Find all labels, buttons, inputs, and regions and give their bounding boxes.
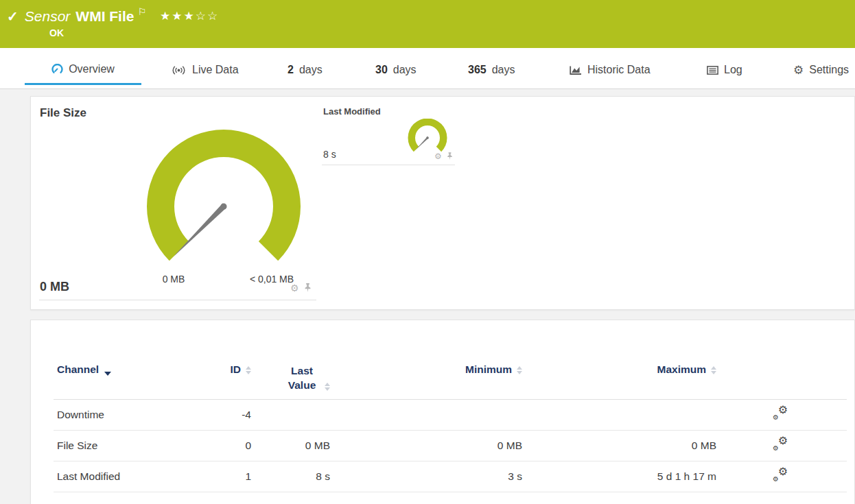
historic-chart-icon [570, 65, 582, 75]
channel-maximum: 0 MB [522, 431, 716, 461]
column-header-maximum[interactable]: Maximum [522, 355, 716, 400]
file-size-gauge [145, 127, 303, 264]
column-header-minimum[interactable]: Minimum [330, 355, 522, 400]
gear-icon: ⚙ [778, 466, 788, 477]
priority-flag-icon[interactable]: ⚐ [137, 6, 146, 17]
column-header-channel[interactable]: Channel [54, 355, 220, 400]
sensor-status-header: ✓ Sensor WMI File ⚐ ★★★☆☆ OK [0, 0, 855, 48]
channel-id: -4 [220, 400, 251, 431]
channel-settings-gears-icon[interactable]: ⚙⚙ [773, 437, 788, 451]
column-header-last-value[interactable]: Last Value [251, 355, 330, 400]
channels-table: Channel ID Last Value Minimum Maximum Do… [54, 355, 847, 492]
sensor-kind-label: Sensor [25, 8, 71, 25]
channel-actions-cell: ⚙⚙ [716, 431, 847, 461]
tab-2-days[interactable]: 2 days [285, 55, 325, 85]
channel-name: Last Modified [54, 461, 220, 492]
settings-gear-icon: ⚙ [793, 64, 804, 76]
sensor-name: WMI File [75, 8, 134, 25]
channel-settings-gears-icon[interactable]: ⚙⚙ [773, 468, 788, 482]
last-modified-current-value: 8 s [323, 149, 336, 160]
last-modified-widget-actions: ⚙ [434, 152, 453, 160]
file-size-widget-divider [39, 300, 316, 300]
tab-log[interactable]: Log [704, 55, 745, 85]
live-data-icon [171, 65, 187, 75]
column-header-actions [716, 355, 847, 400]
file-size-gauge-title: File Size [40, 106, 86, 120]
gear-icon: ⚙ [778, 405, 788, 416]
column-header-id[interactable]: ID [220, 355, 251, 400]
channel-maximum [522, 400, 716, 431]
channel-last-value [251, 400, 330, 431]
tab-live-data-label: Live Data [192, 64, 239, 76]
channel-name: File Size [54, 431, 220, 461]
sort-icon [325, 383, 330, 391]
tab-live-data[interactable]: Live Data [168, 55, 242, 85]
file-size-scale-min: 0 MB [139, 274, 208, 285]
channel-settings-gears-icon[interactable]: ⚙⚙ [773, 407, 788, 420]
gauge-icon [51, 64, 63, 74]
channels-card: Channel ID Last Value Minimum Maximum Do… [30, 320, 855, 504]
channel-id: 1 [220, 461, 251, 492]
channel-minimum: 3 s [330, 461, 522, 492]
tab-365-days[interactable]: 365 days [465, 55, 518, 85]
channel-actions-cell: ⚙⚙ [716, 461, 847, 492]
tab-settings-label: Settings [809, 64, 849, 76]
status-ok-check-icon: ✓ [7, 10, 19, 23]
widget-pin-icon[interactable] [447, 152, 453, 160]
channel-row-downtime[interactable]: Downtime -4 ⚙⚙ [54, 400, 847, 431]
channel-minimum [330, 400, 522, 431]
tab-2-days-label: days [299, 64, 323, 76]
column-header-last-value-label: Last Value [284, 363, 320, 392]
last-modified-widget-divider [322, 165, 455, 165]
channel-row-last-modified[interactable]: Last Modified 1 8 s 3 s 5 d 1 h 17 m ⚙⚙ [54, 461, 847, 492]
channel-minimum: 0 MB [330, 431, 522, 461]
sensor-title-row: ✓ Sensor WMI File ⚐ ★★★☆☆ [0, 0, 855, 25]
column-header-channel-label: Channel [57, 363, 99, 376]
sort-icon [517, 366, 522, 374]
gear-icon: ⚙ [778, 435, 788, 446]
file-size-current-value: 0 MB [40, 280, 69, 294]
sort-desc-icon [104, 372, 111, 376]
channels-header-row: Channel ID Last Value Minimum Maximum [54, 355, 847, 400]
widget-pin-icon[interactable] [304, 283, 312, 293]
gear-icon: ⚙ [773, 414, 779, 421]
priority-stars[interactable]: ★★★☆☆ [160, 9, 219, 23]
stars-filled[interactable]: ★★★ [160, 10, 196, 23]
tab-365-days-number: 365 [468, 64, 487, 76]
prtg-sensor-page: ✓ Sensor WMI File ⚐ ★★★☆☆ OK Overview Li… [0, 0, 855, 504]
tab-bar: Overview Live Data 2 days 30 days 365 da… [0, 48, 855, 89]
widget-gear-icon[interactable]: ⚙ [290, 283, 299, 293]
channel-row-file-size[interactable]: File Size 0 0 MB 0 MB 0 MB ⚙⚙ [54, 431, 847, 461]
column-header-minimum-label: Minimum [465, 363, 512, 376]
file-size-widget-actions: ⚙ [290, 283, 312, 293]
channel-last-value: 0 MB [251, 431, 330, 461]
gear-icon: ⚙ [773, 445, 779, 452]
tab-30-days-label: days [393, 64, 417, 76]
channel-maximum: 5 d 1 h 17 m [522, 461, 716, 492]
widget-gear-icon[interactable]: ⚙ [434, 152, 442, 160]
sort-icon [711, 366, 716, 374]
tab-overview-label: Overview [69, 63, 115, 75]
tab-settings[interactable]: ⚙ Settings [790, 55, 852, 85]
tab-2-days-number: 2 [288, 64, 294, 76]
sensor-status-badge: OK [49, 27, 855, 38]
channel-last-value: 8 s [251, 461, 330, 492]
tab-historic-data-label: Historic Data [587, 64, 651, 76]
sort-icon [246, 366, 251, 374]
tab-30-days[interactable]: 30 days [373, 55, 419, 85]
tab-365-days-label: days [492, 64, 515, 76]
tab-log-label: Log [724, 64, 742, 76]
gear-icon: ⚙ [773, 476, 779, 483]
column-header-id-label: ID [231, 363, 242, 376]
channel-name: Downtime [54, 400, 220, 431]
gauges-card: File Size 0 MB < 0,01 MB 0 MB ⚙ Last Mod… [30, 96, 855, 310]
tab-30-days-number: 30 [375, 64, 388, 76]
channel-actions-cell: ⚙⚙ [716, 400, 847, 431]
tab-historic-data[interactable]: Historic Data [567, 55, 653, 85]
column-header-maximum-label: Maximum [657, 363, 707, 376]
log-list-icon [707, 66, 718, 75]
channel-id: 0 [220, 431, 251, 461]
tab-overview[interactable]: Overview [25, 55, 141, 85]
last-modified-gauge-title: Last Modified [323, 106, 381, 117]
stars-empty[interactable]: ☆☆ [196, 10, 219, 23]
